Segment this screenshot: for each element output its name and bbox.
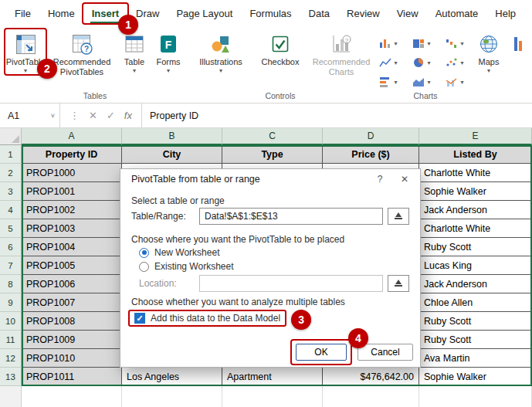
- cell-C1[interactable]: Type: [222, 145, 323, 164]
- cell-E9[interactable]: Chloe Allen: [419, 293, 532, 312]
- row-header-10[interactable]: 10: [0, 312, 22, 331]
- row-header-8[interactable]: 8: [0, 275, 22, 293]
- column-header-B[interactable]: B: [122, 128, 222, 145]
- insert-scatter-chart-button[interactable]: ▾: [439, 53, 471, 72]
- cell-E2[interactable]: Charlotte White: [419, 164, 532, 182]
- cell-A11[interactable]: PROP1009: [22, 331, 122, 349]
- table-button[interactable]: Table ▾: [117, 29, 151, 74]
- cell-E6[interactable]: Ruby Scott: [419, 238, 532, 256]
- row-header-13[interactable]: 13: [0, 368, 22, 386]
- location-input[interactable]: [199, 275, 383, 292]
- cell-C13[interactable]: Apartment: [222, 368, 323, 386]
- tab-file[interactable]: File: [6, 3, 39, 24]
- cell-D1[interactable]: Price ($): [323, 145, 419, 164]
- tab-data[interactable]: Data: [300, 3, 338, 24]
- table-range-input[interactable]: [199, 208, 383, 225]
- select-all-corner[interactable]: [0, 128, 22, 145]
- cell-A1[interactable]: Property ID: [22, 145, 122, 164]
- cell-partial[interactable]: [222, 386, 323, 407]
- cell-partial[interactable]: [419, 386, 532, 407]
- maps-button[interactable]: Maps ▾: [471, 29, 507, 74]
- column-header-A[interactable]: A: [22, 128, 122, 145]
- cell-A6[interactable]: PROP1004: [22, 238, 122, 256]
- cell-A10[interactable]: PROP1008: [22, 312, 122, 331]
- tab-automate[interactable]: Automate: [427, 3, 487, 24]
- column-header-C[interactable]: C: [222, 128, 323, 145]
- cell-partial[interactable]: [323, 386, 419, 407]
- insert-bar-chart-button[interactable]: ▾: [372, 73, 405, 91]
- cell-E7[interactable]: Lucas King: [419, 256, 532, 275]
- help-icon[interactable]: ?: [368, 170, 392, 188]
- tab-review[interactable]: Review: [338, 3, 388, 24]
- insert-pie-chart-button[interactable]: ▾: [405, 53, 438, 72]
- cell-E10[interactable]: Ruby Scott: [419, 312, 532, 331]
- cell-E3[interactable]: Sophie Walker: [419, 182, 532, 201]
- insert-column-chart-button[interactable]: ▾: [372, 34, 405, 53]
- insert-function-icon[interactable]: fx: [124, 110, 132, 121]
- cell-A5[interactable]: PROP1003: [22, 219, 122, 238]
- insert-waterfall-chart-button[interactable]: ▾: [439, 34, 471, 53]
- cell-A4[interactable]: PROP1002: [22, 201, 122, 219]
- row-header-1[interactable]: 1: [0, 145, 22, 164]
- cell-E8[interactable]: Jack Anderson: [419, 275, 532, 293]
- illustrations-button[interactable]: Illustrations ▾: [191, 29, 250, 74]
- cell-E5[interactable]: Charlotte White: [419, 219, 532, 238]
- row-header-7[interactable]: 7: [0, 256, 22, 275]
- column-header-D[interactable]: D: [323, 128, 419, 145]
- name-box[interactable]: A1 ˅: [0, 103, 60, 127]
- cell-A12[interactable]: PROP1010: [22, 349, 122, 368]
- cell-E11[interactable]: Ruby Scott: [419, 331, 532, 349]
- pivottable-button[interactable]: PivotTable ▾ 2: [5, 29, 46, 74]
- row-header-4[interactable]: 4: [0, 201, 22, 219]
- insert-area-chart-button[interactable]: ▾: [405, 73, 438, 91]
- tab-view[interactable]: View: [388, 3, 427, 24]
- forms-button[interactable]: F Forms ▾: [151, 29, 185, 74]
- insert-hierarchy-chart-button[interactable]: ▾: [405, 34, 438, 53]
- cell-A9[interactable]: PROP1007: [22, 293, 122, 312]
- cell-E1[interactable]: Listed By: [419, 145, 532, 164]
- row-header-5[interactable]: 5: [0, 219, 22, 238]
- cell-D13[interactable]: $476,642.00: [323, 368, 419, 386]
- insert-line-chart-button[interactable]: ▾: [372, 53, 405, 72]
- row-header-11[interactable]: 11: [0, 331, 22, 349]
- collapse-dialog-button[interactable]: [388, 275, 409, 292]
- new-worksheet-option[interactable]: New Worksheet: [139, 247, 219, 258]
- row-header-3[interactable]: 3: [0, 182, 22, 201]
- cell-A2[interactable]: PROP1000: [22, 164, 122, 182]
- splitter-dots-icon[interactable]: ⋮: [69, 110, 80, 121]
- row-header-6[interactable]: 6: [0, 238, 22, 256]
- cell-A13[interactable]: PROP1011: [22, 368, 122, 386]
- cancel-button[interactable]: Cancel: [357, 344, 413, 361]
- row-header-9[interactable]: 9: [0, 293, 22, 312]
- cell-B1[interactable]: City: [122, 145, 222, 164]
- tab-help[interactable]: Help: [486, 3, 524, 24]
- ok-button[interactable]: OK: [296, 344, 347, 361]
- add-to-data-model-option[interactable]: ✓ Add this data to the Data Model 3: [128, 310, 286, 327]
- recommended-charts-button[interactable]: ? Recommended Charts: [310, 29, 372, 76]
- tab-insert[interactable]: Insert 1: [83, 3, 127, 24]
- tab-page-layout[interactable]: Page Layout: [168, 3, 241, 24]
- cell-A7[interactable]: PROP1005: [22, 256, 122, 275]
- cell-E12[interactable]: Ava Martin: [419, 349, 532, 368]
- cell-A8[interactable]: PROP1006: [22, 275, 122, 293]
- tab-home[interactable]: Home: [39, 3, 83, 24]
- tab-formulas[interactable]: Formulas: [241, 3, 300, 24]
- column-header-E[interactable]: E: [419, 128, 532, 145]
- close-icon[interactable]: ✕: [392, 170, 417, 188]
- row-header-2[interactable]: 2: [0, 164, 22, 182]
- checkbox-button[interactable]: Checkbox: [256, 29, 304, 67]
- cell-B13[interactable]: Los Angeles: [122, 368, 222, 386]
- insert-combo-chart-button[interactable]: ▾: [439, 73, 471, 91]
- row-header-partial[interactable]: [0, 386, 22, 407]
- row-header-12[interactable]: 12: [0, 349, 22, 368]
- pivotchart-button-partial[interactable]: [507, 29, 532, 56]
- cell-E13[interactable]: Sophie Walker: [419, 368, 532, 386]
- cell-A3[interactable]: PROP1001: [22, 182, 122, 201]
- existing-worksheet-option[interactable]: Existing Worksheet: [139, 261, 234, 272]
- formula-bar-content[interactable]: Property ID: [142, 103, 532, 127]
- cancel-entry-icon[interactable]: ✕: [89, 110, 97, 121]
- cell-partial[interactable]: [22, 386, 122, 407]
- cell-E4[interactable]: Jack Anderson: [419, 201, 532, 219]
- collapse-dialog-button[interactable]: [388, 208, 409, 225]
- cell-partial[interactable]: [122, 386, 222, 407]
